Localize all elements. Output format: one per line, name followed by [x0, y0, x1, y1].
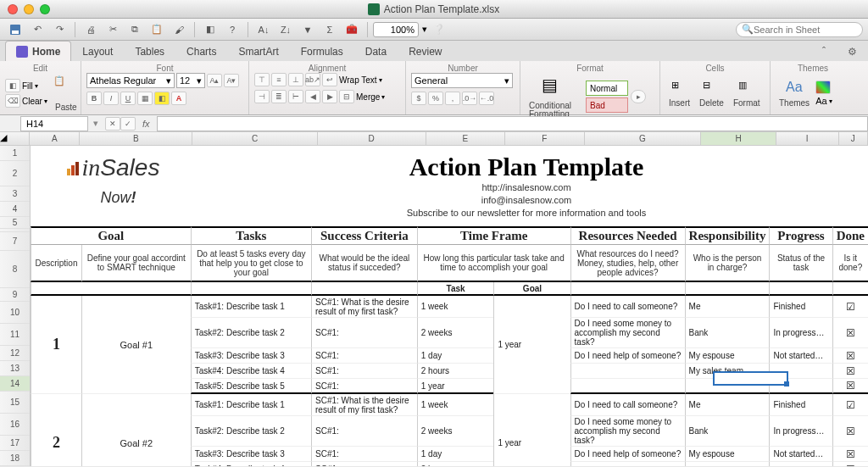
cancel-formula-icon[interactable]: ✕: [105, 117, 120, 131]
task-time-cell[interactable]: 2 hours: [417, 462, 494, 466]
col-header-C[interactable]: C: [192, 132, 318, 145]
row-header[interactable]: 3: [0, 186, 30, 202]
worksheet[interactable]: 1 2 3 4 5 6 7 8 9 10 11 12 13 14 15 16 1…: [0, 146, 868, 466]
font-color-icon[interactable]: A: [171, 92, 186, 105]
paste-button[interactable]: 📋Paste: [50, 74, 82, 114]
format-painter-icon[interactable]: 🖌: [169, 21, 189, 38]
success-criteria-cell[interactable]: SC#1:: [311, 462, 417, 466]
formula-input[interactable]: [157, 116, 868, 131]
row-header[interactable]: 5: [0, 217, 30, 229]
resources-cell[interactable]: [570, 364, 685, 379]
row-header[interactable]: 18: [0, 451, 30, 466]
border-icon[interactable]: ▦: [137, 92, 153, 105]
decrease-indent-icon[interactable]: ◀: [305, 90, 320, 103]
ribbon-options-button[interactable]: ⚙: [837, 41, 868, 61]
fill-icon[interactable]: ◧: [5, 79, 20, 92]
show-hide-icon[interactable]: ◧: [200, 21, 220, 38]
save-icon[interactable]: [5, 21, 25, 38]
task-cell[interactable]: Task#5: Describe task 5: [191, 379, 311, 394]
undo-icon[interactable]: ↶: [27, 21, 47, 38]
theme-fonts-icon[interactable]: Aa: [815, 96, 826, 106]
fill-color-icon[interactable]: ◧: [154, 92, 170, 105]
row-header[interactable]: 12: [0, 346, 30, 361]
italic-icon[interactable]: I: [103, 92, 119, 105]
success-criteria-cell[interactable]: SC#1:: [311, 348, 417, 364]
responsibility-cell[interactable]: My espouse: [685, 447, 770, 462]
underline-icon[interactable]: U: [120, 92, 136, 105]
task-time-cell[interactable]: 1 week: [417, 296, 494, 318]
task-time-cell[interactable]: 1 day: [417, 447, 494, 462]
task-time-cell[interactable]: 2 weeks: [417, 318, 494, 348]
decrease-font-icon[interactable]: A▾: [224, 74, 239, 87]
format-cells-button[interactable]: ▥Format: [730, 78, 764, 109]
align-left-icon[interactable]: ⊣: [254, 90, 270, 103]
col-header-F[interactable]: F: [505, 132, 584, 145]
resources-cell[interactable]: Do I need help of someone?: [570, 348, 685, 364]
responsibility-cell[interactable]: [685, 379, 770, 394]
task-cell[interactable]: Task#4: Describe task 4: [191, 462, 311, 466]
number-format-select[interactable]: General▾: [411, 73, 513, 88]
close-window-button[interactable]: [8, 4, 18, 14]
paste-icon[interactable]: 📋: [147, 21, 167, 38]
collapse-ribbon-button[interactable]: ˆ: [811, 41, 837, 61]
task-time-cell[interactable]: 2 hours: [417, 364, 494, 379]
currency-icon[interactable]: $: [411, 92, 426, 105]
row-header[interactable]: 9: [0, 288, 30, 302]
font-name-select[interactable]: Athelas Regular▾: [86, 73, 175, 88]
responsibility-cell[interactable]: Bank: [685, 416, 770, 447]
responsibility-cell[interactable]: Me: [685, 296, 770, 318]
row-header[interactable]: 11: [0, 324, 30, 346]
task-time-cell[interactable]: 1 week: [417, 394, 494, 416]
select-all-corner[interactable]: ◢: [0, 132, 30, 145]
fx-icon[interactable]: fx: [142, 119, 150, 129]
col-header-B[interactable]: B: [80, 132, 192, 145]
col-header-G[interactable]: G: [585, 132, 702, 145]
progress-cell[interactable]: In progress…: [769, 318, 832, 348]
done-checkbox[interactable]: ☒: [832, 462, 868, 466]
cut-icon[interactable]: ✂: [103, 21, 123, 38]
done-checkbox[interactable]: ☑: [832, 296, 868, 318]
progress-cell[interactable]: [769, 379, 832, 394]
filter-icon[interactable]: ▼: [298, 21, 318, 38]
col-header-E[interactable]: E: [426, 132, 505, 145]
increase-font-icon[interactable]: A▴: [207, 74, 222, 87]
align-right-icon[interactable]: ⊢: [288, 90, 303, 103]
col-header-A[interactable]: A: [30, 132, 80, 145]
col-header-D[interactable]: D: [318, 132, 426, 145]
done-checkbox[interactable]: ☒: [832, 318, 868, 348]
print-icon[interactable]: 🖨: [81, 21, 101, 38]
success-criteria-cell[interactable]: SC#1:: [311, 447, 417, 462]
theme-colors-icon[interactable]: [815, 81, 831, 94]
themes-button[interactable]: AaThemes: [776, 78, 813, 109]
resources-cell[interactable]: [570, 379, 685, 394]
style-normal[interactable]: Normal: [586, 81, 628, 96]
font-size-select[interactable]: 12▾: [176, 73, 205, 88]
tab-layout[interactable]: Layout: [71, 41, 124, 61]
responsibility-cell[interactable]: [685, 462, 770, 466]
task-cell[interactable]: Task#2: Describe task 2: [191, 318, 311, 348]
conditional-formatting-button[interactable]: ▤Conditional Formatting: [526, 73, 583, 120]
col-header-H[interactable]: H: [701, 132, 776, 145]
clear-icon[interactable]: ⌫: [5, 94, 20, 108]
cells-area[interactable]: inSalesNow! Action Plan Template http://…: [31, 146, 868, 466]
progress-cell[interactable]: In progress…: [769, 416, 832, 447]
row-header[interactable]: 8: [0, 251, 30, 288]
merge-icon[interactable]: ⊟: [339, 90, 354, 103]
done-checkbox[interactable]: ☒: [832, 379, 868, 394]
resources-cell[interactable]: Do I need help of someone?: [570, 447, 685, 462]
zoom-input[interactable]: [373, 22, 419, 37]
comma-icon[interactable]: ,: [445, 92, 460, 105]
task-cell[interactable]: Task#4: Describe task 4: [191, 364, 311, 379]
help-button-icon[interactable]: ❔: [429, 21, 449, 38]
percent-icon[interactable]: %: [428, 92, 443, 105]
row-header[interactable]: 1: [0, 146, 30, 161]
resources-cell[interactable]: [570, 462, 685, 466]
resources-cell[interactable]: Do I need some money to accomplish my se…: [570, 416, 685, 447]
styles-more-icon[interactable]: ▸: [631, 90, 646, 103]
progress-cell[interactable]: [769, 364, 832, 379]
task-time-cell[interactable]: 2 weeks: [417, 416, 494, 447]
task-time-cell[interactable]: 1 year: [417, 379, 494, 394]
done-checkbox[interactable]: ☒: [832, 416, 868, 447]
done-checkbox[interactable]: ☒: [832, 447, 868, 462]
done-checkbox[interactable]: ☒: [832, 364, 868, 379]
